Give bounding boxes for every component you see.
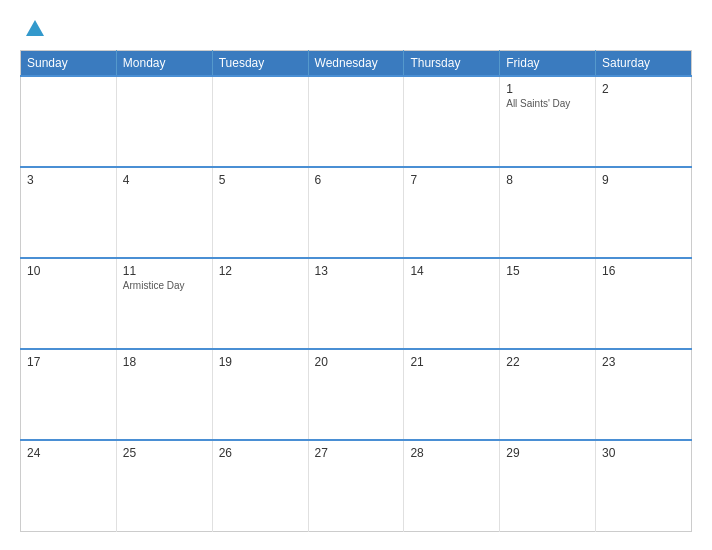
calendar-week-row: 3456789 [21, 167, 692, 258]
day-number: 22 [506, 355, 589, 369]
calendar-cell: 12 [212, 258, 308, 349]
calendar-cell: 13 [308, 258, 404, 349]
day-number: 29 [506, 446, 589, 460]
weekday-header: Wednesday [308, 51, 404, 77]
calendar-cell: 10 [21, 258, 117, 349]
calendar-cell: 21 [404, 349, 500, 440]
calendar-cell: 27 [308, 440, 404, 531]
calendar-cell: 11Armistice Day [116, 258, 212, 349]
day-number: 4 [123, 173, 206, 187]
day-number: 11 [123, 264, 206, 278]
calendar-cell: 23 [596, 349, 692, 440]
day-number: 21 [410, 355, 493, 369]
day-number: 19 [219, 355, 302, 369]
day-number: 24 [27, 446, 110, 460]
day-number: 17 [27, 355, 110, 369]
day-number: 28 [410, 446, 493, 460]
day-number: 9 [602, 173, 685, 187]
weekday-header: Sunday [21, 51, 117, 77]
holiday-label: Armistice Day [123, 280, 206, 291]
svg-marker-0 [26, 20, 44, 36]
calendar-header-row: SundayMondayTuesdayWednesdayThursdayFrid… [21, 51, 692, 77]
calendar-cell: 30 [596, 440, 692, 531]
calendar-cell: 15 [500, 258, 596, 349]
calendar-body: 1All Saints' Day234567891011Armistice Da… [21, 76, 692, 532]
calendar-cell: 5 [212, 167, 308, 258]
day-number: 15 [506, 264, 589, 278]
calendar-cell: 18 [116, 349, 212, 440]
day-number: 3 [27, 173, 110, 187]
day-number: 1 [506, 82, 589, 96]
calendar-cell: 20 [308, 349, 404, 440]
calendar-cell [308, 76, 404, 167]
day-number: 16 [602, 264, 685, 278]
weekday-header: Monday [116, 51, 212, 77]
calendar-cell [212, 76, 308, 167]
day-number: 8 [506, 173, 589, 187]
calendar-cell: 8 [500, 167, 596, 258]
calendar-page: SundayMondayTuesdayWednesdayThursdayFrid… [0, 0, 712, 550]
calendar-cell: 14 [404, 258, 500, 349]
calendar-cell: 25 [116, 440, 212, 531]
day-number: 30 [602, 446, 685, 460]
day-number: 10 [27, 264, 110, 278]
holiday-label: All Saints' Day [506, 98, 589, 109]
calendar-cell: 4 [116, 167, 212, 258]
calendar-cell: 16 [596, 258, 692, 349]
calendar-table: SundayMondayTuesdayWednesdayThursdayFrid… [20, 50, 692, 532]
calendar-cell: 2 [596, 76, 692, 167]
calendar-cell: 9 [596, 167, 692, 258]
day-number: 26 [219, 446, 302, 460]
calendar-cell [116, 76, 212, 167]
calendar-cell: 3 [21, 167, 117, 258]
calendar-header [20, 18, 692, 40]
day-number: 18 [123, 355, 206, 369]
day-number: 5 [219, 173, 302, 187]
day-number: 27 [315, 446, 398, 460]
day-number: 14 [410, 264, 493, 278]
day-number: 7 [410, 173, 493, 187]
calendar-week-row: 1011Armistice Day1213141516 [21, 258, 692, 349]
calendar-cell: 26 [212, 440, 308, 531]
day-number: 23 [602, 355, 685, 369]
weekday-header: Thursday [404, 51, 500, 77]
day-number: 6 [315, 173, 398, 187]
calendar-cell [404, 76, 500, 167]
day-number: 20 [315, 355, 398, 369]
weekday-header: Saturday [596, 51, 692, 77]
logo [20, 18, 46, 40]
calendar-cell: 22 [500, 349, 596, 440]
calendar-cell: 24 [21, 440, 117, 531]
calendar-cell: 1All Saints' Day [500, 76, 596, 167]
calendar-cell: 7 [404, 167, 500, 258]
calendar-cell: 29 [500, 440, 596, 531]
day-number: 2 [602, 82, 685, 96]
calendar-cell: 28 [404, 440, 500, 531]
calendar-week-row: 17181920212223 [21, 349, 692, 440]
weekday-header: Friday [500, 51, 596, 77]
calendar-cell [21, 76, 117, 167]
calendar-week-row: 24252627282930 [21, 440, 692, 531]
calendar-cell: 19 [212, 349, 308, 440]
day-number: 12 [219, 264, 302, 278]
weekday-header: Tuesday [212, 51, 308, 77]
logo-icon [24, 18, 46, 40]
calendar-cell: 17 [21, 349, 117, 440]
day-number: 13 [315, 264, 398, 278]
day-number: 25 [123, 446, 206, 460]
calendar-week-row: 1All Saints' Day2 [21, 76, 692, 167]
calendar-cell: 6 [308, 167, 404, 258]
